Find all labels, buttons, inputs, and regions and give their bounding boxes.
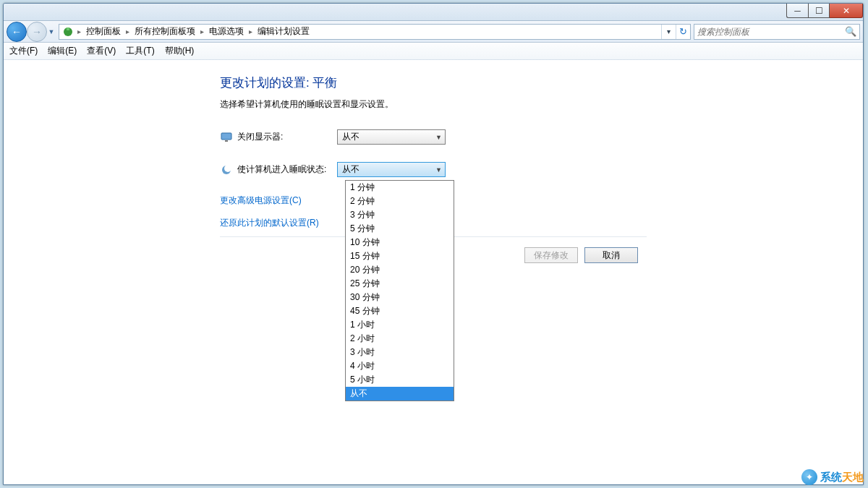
dropdown-option[interactable]: 1 小时: [346, 318, 454, 332]
dropdown-option[interactable]: 15 分钟: [346, 249, 454, 263]
refresh-icon: ↻: [679, 26, 687, 37]
back-button[interactable]: ←: [7, 22, 27, 42]
maximize-icon: ☐: [815, 6, 823, 16]
menu-edit[interactable]: 编辑(E): [48, 45, 77, 57]
search-icon[interactable]: 🔍: [845, 26, 856, 37]
control-panel-icon: [62, 26, 74, 38]
breadcrumb-item[interactable]: 电源选项: [208, 25, 245, 38]
breadcrumb-sep-icon: ▸: [198, 27, 206, 35]
arrow-right-icon: →: [32, 26, 42, 38]
menu-help[interactable]: 帮助(H): [165, 45, 195, 57]
display-off-value: 从不: [342, 131, 359, 143]
dropdown-option[interactable]: 2 分钟: [346, 194, 454, 208]
setting-sleep-label: 使计算机进入睡眠状态:: [237, 163, 337, 176]
address-dropdown-button[interactable]: ▾: [661, 25, 676, 39]
breadcrumb-item[interactable]: 控制面板: [85, 25, 122, 38]
setting-display-label: 关闭显示器:: [237, 131, 337, 143]
dropdown-option[interactable]: 5 分钟: [346, 222, 454, 236]
close-button[interactable]: ✕: [830, 4, 863, 18]
titlebar: ─ ☐ ✕: [4, 4, 863, 21]
setting-display-off: 关闭显示器: 从不 ▼: [220, 129, 647, 145]
save-button: 保存修改: [524, 247, 578, 263]
globe-icon: ✦: [801, 469, 817, 485]
sleep-dropdown-list[interactable]: 1 分钟2 分钟3 分钟5 分钟10 分钟15 分钟20 分钟25 分钟30 分…: [345, 180, 454, 401]
setting-sleep: 使计算机进入睡眠状态: 从不 ▼: [220, 162, 647, 177]
search-box[interactable]: 🔍: [694, 24, 860, 40]
dropdown-option[interactable]: 45 分钟: [346, 304, 454, 318]
svg-point-5: [224, 165, 231, 172]
refresh-button[interactable]: ↻: [676, 25, 690, 39]
chevron-down-icon: ▼: [433, 134, 445, 141]
dropdown-option[interactable]: 3 分钟: [346, 208, 454, 222]
arrow-left-icon: ←: [12, 26, 22, 38]
dropdown-option[interactable]: 30 分钟: [346, 291, 454, 304]
navigation-bar: ← → ▼ ▸ 控制面板 ▸ 所有控制面板项 ▸ 电源选项 ▸ 编辑计划设置 ▾…: [4, 21, 863, 43]
window-controls: ─ ☐ ✕: [786, 4, 863, 18]
maximize-button[interactable]: ☐: [808, 4, 830, 18]
breadcrumb-sep-icon: ▸: [247, 27, 255, 35]
forward-button[interactable]: →: [27, 22, 47, 42]
close-icon: ✕: [843, 6, 850, 16]
watermark-text: 系统天地: [820, 471, 864, 484]
dropdown-option[interactable]: 20 分钟: [346, 263, 454, 277]
menu-view[interactable]: 查看(V): [87, 45, 116, 57]
chevron-down-icon: ▼: [48, 28, 55, 35]
svg-rect-1: [67, 27, 69, 30]
dropdown-option[interactable]: 3 小时: [346, 346, 454, 359]
page-description: 选择希望计算机使用的睡眠设置和显示设置。: [220, 98, 647, 111]
sleep-combo[interactable]: 从不 ▼: [337, 162, 446, 177]
chevron-down-icon: ▾: [667, 27, 671, 35]
dropdown-option[interactable]: 25 分钟: [346, 277, 454, 291]
page-title: 更改计划的设置: 平衡: [220, 74, 647, 91]
search-input[interactable]: [697, 27, 845, 37]
dropdown-option[interactable]: 2 小时: [346, 332, 454, 346]
content-area: 更改计划的设置: 平衡 选择希望计算机使用的睡眠设置和显示设置。 关闭显示器: …: [4, 60, 863, 484]
nav-arrows: ← → ▼: [7, 22, 56, 42]
menu-bar: 文件(F) 编辑(E) 查看(V) 工具(T) 帮助(H): [4, 43, 863, 60]
menu-file[interactable]: 文件(F): [9, 45, 38, 57]
dropdown-option[interactable]: 4 小时: [346, 359, 454, 373]
history-dropdown-button[interactable]: ▼: [47, 28, 56, 35]
svg-rect-3: [225, 140, 228, 142]
breadcrumb-item[interactable]: 编辑计划设置: [256, 25, 311, 38]
watermark: ✦ 系统天地: [801, 469, 864, 485]
moon-icon: [220, 163, 233, 176]
svg-rect-2: [221, 133, 231, 140]
dropdown-option[interactable]: 5 小时: [346, 373, 454, 387]
cancel-button[interactable]: 取消: [584, 247, 638, 263]
breadcrumb-item[interactable]: 所有控制面板项: [133, 25, 197, 38]
chevron-down-icon: ▼: [433, 166, 445, 174]
minimize-icon: ─: [794, 6, 801, 16]
address-bar[interactable]: ▸ 控制面板 ▸ 所有控制面板项 ▸ 电源选项 ▸ 编辑计划设置 ▾ ↻: [59, 24, 691, 40]
breadcrumb-sep-icon: ▸: [75, 27, 83, 35]
window-frame: ─ ☐ ✕ ← → ▼ ▸ 控制面板 ▸ 所有控制面板项 ▸ 电源选项 ▸ 编辑…: [3, 3, 864, 485]
monitor-icon: [220, 131, 233, 144]
dropdown-option[interactable]: 1 分钟: [346, 181, 454, 194]
breadcrumb-sep-icon: ▸: [124, 27, 132, 35]
sleep-value: 从不: [342, 163, 359, 176]
menu-tools[interactable]: 工具(T): [126, 45, 154, 57]
display-off-combo[interactable]: 从不 ▼: [337, 129, 446, 145]
dropdown-option[interactable]: 10 分钟: [346, 236, 454, 249]
minimize-button[interactable]: ─: [786, 4, 808, 18]
dropdown-option[interactable]: 从不: [346, 387, 454, 401]
